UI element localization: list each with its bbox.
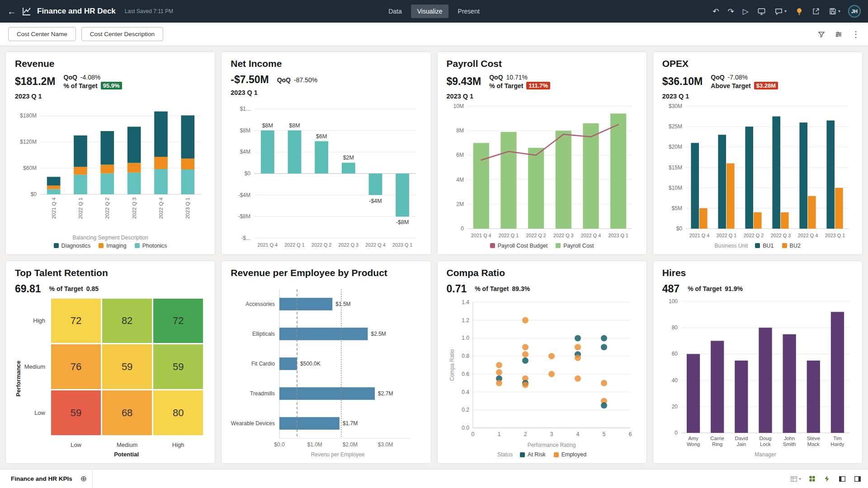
svg-text:-$8M: -$8M [396, 219, 409, 225]
svg-text:$120M: $120M [20, 139, 37, 145]
filter-chip-cost-center-description[interactable]: Cost Center Description [81, 27, 163, 41]
svg-text:100: 100 [669, 298, 678, 305]
insights-bulb-button[interactable] [794, 6, 804, 16]
revenue-per-employee-chart[interactable]: $0.0$1.0M$2.0M$3.0MAccessories$1.5MEllip… [231, 285, 421, 459]
preview-button[interactable] [756, 6, 767, 17]
chevron-down-icon: ▾ [799, 477, 801, 481]
heatmap-cell[interactable]: 59 [51, 390, 101, 435]
open-in-new-window-button[interactable] [811, 6, 821, 16]
menu-kebab-button[interactable]: ⋮ [852, 30, 860, 38]
legend-item[interactable]: BU2 [782, 243, 801, 249]
tile-net-income[interactable]: Net Income -$7.50M QoQ-87.50% 2023 Q 1 $… [221, 52, 431, 255]
svg-text:TimHardy: TimHardy [830, 436, 844, 447]
target-value: 91.9% [725, 285, 743, 292]
auto-apply-flash-button[interactable] [823, 475, 831, 483]
heatmap-cell[interactable]: 68 [102, 390, 152, 435]
svg-text:2022 Q 3: 2022 Q 3 [339, 242, 359, 248]
heatmap-cell[interactable]: 59 [102, 344, 152, 389]
heatmap-cell[interactable]: 80 [153, 390, 203, 435]
heatmap-cell[interactable]: 72 [51, 299, 101, 343]
legend-item[interactable]: Photonics [135, 243, 167, 249]
legend-item[interactable]: Diagnostics [54, 243, 91, 249]
net-income-chart[interactable]: $1...$8M$4M$0-$4M-$8M-$...$8M2021 Q 4$8M… [231, 98, 421, 250]
tile-hires[interactable]: Hires 487 % of Target91.9% 020406080100A… [653, 261, 863, 464]
save-button[interactable]: ▾ [828, 6, 841, 16]
tile-compa-ratio[interactable]: Compa Ratio 0.71 % of Target89.3% 0.00.2… [437, 261, 647, 464]
svg-text:$60M: $60M [23, 165, 37, 171]
limit-values-button[interactable] [835, 30, 843, 38]
hires-chart[interactable]: 020406080100AmyWongCarrieRingDavidJainDo… [662, 297, 853, 459]
back-button[interactable]: ← [7, 7, 16, 16]
svg-text:Manager: Manager [755, 451, 776, 458]
panel-left-toggle[interactable] [838, 475, 846, 483]
svg-text:$0: $0 [676, 225, 682, 232]
svg-text:0: 0 [461, 225, 464, 232]
tab-data[interactable]: Data [382, 5, 408, 18]
grid-view-button[interactable] [808, 475, 816, 483]
canvas-tab-finance-hr-kpis[interactable]: Finance and HR KPIs [6, 474, 77, 484]
svg-text:3: 3 [550, 431, 553, 437]
talent-retention-heatmap[interactable]: PerformanceHigh728272Medium765959Low5968… [15, 297, 206, 459]
qoq-value: -7.08% [728, 74, 748, 81]
svg-text:1.2: 1.2 [462, 317, 469, 323]
heatmap-cell[interactable]: 82 [102, 299, 152, 343]
legend-item[interactable]: BU1 [755, 243, 774, 249]
heatmap-row-label: Low [22, 390, 50, 435]
tile-title: Revenue [15, 58, 206, 69]
kpi-period: 2023 Q 1 [662, 93, 853, 100]
tab-visualize[interactable]: Visualize [411, 5, 449, 18]
tile-payroll-cost[interactable]: Payroll Cost $9.43M QoQ10.71% % of Targe… [437, 52, 647, 255]
play-button[interactable]: ▷ [742, 7, 750, 16]
legend-item[interactable]: Employed [554, 451, 587, 458]
svg-text:$30M: $30M [669, 103, 682, 109]
svg-text:$25M: $25M [669, 123, 682, 130]
deck-title: Finance and HR Deck [37, 7, 116, 16]
compa-ratio-scatter[interactable]: 0.00.20.40.60.81.01.21.40123456Performan… [447, 297, 637, 450]
svg-text:2022 Q 2: 2022 Q 2 [311, 242, 331, 248]
svg-text:DavidJain: DavidJain [735, 436, 748, 447]
legend-item[interactable]: Payroll Cost [556, 243, 594, 249]
redo-button[interactable]: ↷ [727, 7, 735, 16]
tile-title: Hires [662, 267, 853, 278]
legend-swatch [556, 243, 561, 248]
svg-text:8M: 8M [456, 127, 464, 134]
legend-item[interactable]: At Risk [520, 451, 546, 458]
tile-opex[interactable]: OPEX $36.10M QoQ-7.08% Above Target$3.28… [653, 52, 863, 255]
opex-chart[interactable]: $0$5M$10M$15M$20M$25M$30M2021 Q 42022 Q … [662, 102, 853, 240]
svg-text:5: 5 [602, 431, 605, 437]
panel-right-toggle[interactable] [854, 475, 862, 483]
legend-title: Business Unit [715, 243, 748, 249]
tile-revenue[interactable]: Revenue $181.2M QoQ-4.08% % of Target95.… [5, 52, 215, 255]
target-label: % of Target [49, 285, 83, 292]
svg-text:2023 Q 1: 2023 Q 1 [608, 233, 628, 238]
undo-button[interactable]: ↶ [712, 7, 720, 16]
target-value: 89.3% [512, 285, 530, 292]
filter-chip-cost-center-name[interactable]: Cost Center Name [8, 27, 76, 41]
revenue-chart[interactable]: $0$60M$120M$180M2021 Q 42022 Q 12022 Q 2… [15, 102, 206, 232]
heatmap-cell[interactable]: 76 [51, 344, 101, 389]
table-view-button[interactable]: ▾ [790, 475, 801, 483]
heatmap-cell[interactable]: 72 [153, 299, 203, 343]
tile-title: Revenue per Employee by Product [231, 267, 421, 278]
svg-text:0.4: 0.4 [462, 389, 469, 395]
payroll-cost-chart[interactable]: 02M4M6M8M10M2021 Q 42022 Q 12022 Q 22022… [447, 102, 637, 240]
tile-top-talent-retention[interactable]: Top Talent Retention 69.81 % of Target0.… [5, 261, 215, 464]
legend-label: Imaging [106, 243, 126, 249]
qoq-value: 10.71% [506, 74, 528, 81]
svg-text:$8M: $8M [289, 122, 300, 129]
svg-text:Fit Cardio: Fit Cardio [251, 361, 275, 367]
add-canvas-button[interactable]: ⊕ [80, 475, 87, 483]
legend-item[interactable]: Payroll Cost Budget [490, 243, 547, 249]
svg-text:0.6: 0.6 [462, 371, 469, 377]
qoq-label: QoQ [489, 74, 503, 81]
svg-text:20: 20 [671, 403, 678, 409]
tile-title: Top Talent Retention [15, 267, 206, 278]
legend-item[interactable]: Imaging [99, 243, 126, 249]
filter-funnel-button[interactable] [817, 30, 826, 38]
user-avatar[interactable]: JH [848, 5, 861, 18]
heatmap-cell[interactable]: 59 [153, 344, 203, 389]
comments-button[interactable]: ▾ [774, 6, 788, 17]
tile-revenue-per-employee[interactable]: Revenue per Employee by Product $0.0$1.0… [221, 261, 431, 464]
target-label: % of Target [489, 82, 523, 89]
tab-present[interactable]: Present [452, 5, 486, 18]
